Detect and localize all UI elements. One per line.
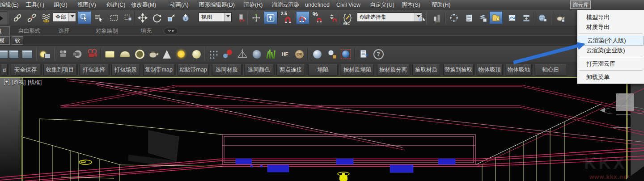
wood-ox-icon[interactable]: Ox	[292, 47, 306, 61]
menu-cloud-render[interactable]: 溜溜云渲染	[271, 0, 300, 10]
molecule-icon[interactable]	[221, 47, 234, 61]
script-button-snap-ground[interactable]: 物体吸地	[506, 64, 532, 76]
script-button-select-same-color[interactable]: 选同颜色	[245, 64, 273, 76]
video-camera-icon[interactable]	[85, 47, 99, 61]
reference-coordinate-dropdown[interactable]: 视图	[199, 13, 232, 22]
viewport-shading-menu[interactable]: [线框]	[28, 79, 42, 86]
menu-undefined[interactable]: undefined	[305, 0, 330, 10]
select-and-link-button[interactable]	[11, 11, 24, 24]
tab-selection[interactable]: 选择	[54, 26, 74, 35]
menu-customize[interactable]: 自定义(U)	[370, 0, 394, 10]
curve-editor-button[interactable]	[505, 11, 519, 24]
selection-filter-dropdown[interactable]: 全部	[53, 13, 76, 22]
view-cube[interactable]	[595, 89, 644, 114]
script-button-pick-material[interactable]: 拾取材质	[412, 64, 440, 76]
help-icon[interactable]: ?	[372, 47, 385, 61]
mirror-button[interactable]	[415, 11, 428, 24]
viewport-pov-menu[interactable]: [透视]	[12, 79, 26, 86]
script-button-pivot-reset[interactable]: 轴心归	[535, 64, 566, 76]
menu-tools[interactable]: 工具(T)	[26, 0, 44, 10]
select-and-move-button[interactable]	[136, 11, 149, 24]
menu-graph-editors[interactable]: 图形编辑器(D)	[199, 0, 235, 10]
script-button-collect[interactable]: 收集到项目	[43, 64, 76, 76]
material-picker-icon[interactable]	[325, 47, 339, 61]
flyout-arrow-icon[interactable]	[0, 11, 8, 25]
window-crossing-toggle-button[interactable]	[122, 11, 135, 24]
panel-modeling[interactable]: 建模	[0, 36, 10, 45]
viewport-general-menu[interactable]: [+]	[4, 79, 10, 86]
script-button-paste-map[interactable]: 粘贴带map	[178, 64, 209, 76]
tab-freeform[interactable]: 自由形式	[13, 26, 45, 35]
material-sphere-icon[interactable]	[310, 47, 324, 61]
material-editor-button[interactable]	[536, 11, 549, 24]
select-object-button[interactable]	[78, 11, 91, 24]
menu-help[interactable]: 帮助(H)	[432, 0, 450, 10]
disc-light-icon[interactable]	[133, 47, 146, 61]
named-selection-set-dropdown[interactable]: 创建选择集	[357, 13, 422, 22]
settings-window-icon[interactable]	[21, 47, 34, 61]
select-by-material-icon[interactable]	[339, 47, 352, 61]
sun-light-icon[interactable]	[174, 47, 188, 61]
spinner-snap-toggle-button[interactable]	[326, 11, 339, 24]
panel-soft-selection[interactable]: 软	[12, 36, 23, 45]
tab-populate[interactable]: 填充	[136, 26, 157, 35]
script-button-two-point-connect[interactable]: 两点连接	[276, 64, 305, 76]
scatter-icon[interactable]	[207, 47, 220, 61]
use-pivot-center-button[interactable]	[234, 11, 248, 24]
menu-create[interactable]: 创建(C)	[106, 0, 125, 10]
align-button[interactable]	[430, 11, 444, 24]
snaps-toggle-25-button[interactable]: 2.5	[280, 11, 295, 24]
grass-icon[interactable]	[264, 47, 278, 61]
ribbon-toggle-button[interactable]	[476, 11, 489, 24]
camera-target-icon[interactable]	[71, 47, 84, 61]
menu-edit[interactable]: 编辑(E)	[0, 0, 19, 10]
menu-item-open-liuyunku[interactable]: 打开溜云库	[577, 59, 644, 69]
script-button-copy-map[interactable]: 复制带map	[143, 64, 174, 76]
rectangular-selection-region-button[interactable]	[107, 11, 121, 24]
pyramid-export-icon[interactable]	[236, 47, 249, 61]
menu-item-cloud-render-personal[interactable]: 云渲染(个人版)	[578, 36, 644, 46]
script-button-safe-save[interactable]: 安全保存	[11, 64, 40, 76]
menu-scripting[interactable]: 脚本(S)	[402, 0, 420, 10]
script-button-collapse-by-material[interactable]: 按材质塌陷	[341, 64, 374, 76]
menu-item-material-export[interactable]: 材质导出	[577, 22, 644, 32]
script-button-detach-by-material[interactable]: 按材质分离	[377, 64, 409, 76]
area-light-icon[interactable]	[103, 47, 116, 61]
viewport-canvas[interactable]: [+] [透视] [线框] KKX www.kkx.net	[0, 77, 644, 181]
script-button[interactable]: d	[1, 64, 8, 76]
tab-modeling[interactable]: 建模	[0, 26, 10, 35]
select-and-place-button[interactable]	[179, 11, 192, 24]
menu-civil-view[interactable]: Civil View	[336, 0, 360, 10]
script-button-replace-with-picked[interactable]: 替换到拾取	[443, 64, 474, 76]
camera-icon[interactable]	[56, 47, 70, 61]
ribbon-minimize-toggle[interactable]	[164, 28, 178, 34]
script-button-pack-scene[interactable]: 打包场景	[111, 64, 140, 76]
menu-item-uninstall-menu[interactable]: 卸载菜单	[577, 72, 644, 82]
select-and-scale-button[interactable]	[165, 11, 178, 24]
menu-rendering[interactable]: 渲染(R)	[244, 0, 263, 10]
script-button-pack-selected[interactable]: 打包选择	[80, 64, 108, 76]
schematic-view-button[interactable]	[520, 11, 533, 24]
cone-light-icon[interactable]	[160, 47, 174, 61]
menu-liuyunku-active[interactable]: 溜云库	[570, 0, 591, 9]
hair-fur-icon[interactable]: HF	[278, 47, 292, 61]
select-and-rotate-button[interactable]	[150, 11, 164, 24]
dome-light-icon[interactable]	[118, 47, 131, 61]
teapot-icon[interactable]	[146, 47, 160, 61]
select-and-manipulate-button[interactable]	[250, 11, 263, 24]
menu-animation[interactable]: 动画(A)	[170, 0, 189, 10]
script-button-snap-ceiling[interactable]: 物体吸顶	[477, 64, 503, 76]
layer-explorer-toggle-button[interactable]	[462, 11, 476, 24]
scene-explorer-toggle-button[interactable]	[447, 11, 461, 24]
menu-item-cloud-render-enterprise[interactable]: 云渲染(企业版)	[577, 46, 644, 55]
light-lister-icon[interactable]	[38, 47, 52, 61]
select-by-name-button[interactable]	[92, 11, 106, 24]
keyboard-shortcut-override-toggle[interactable]	[264, 11, 277, 24]
sphere-light-icon[interactable]	[190, 47, 203, 61]
edit-named-selection-sets-button[interactable]: ABC	[341, 11, 354, 24]
folder-highlighted-button[interactable]	[489, 11, 503, 24]
script-button-select-same-material[interactable]: 选同材质	[212, 64, 242, 76]
bind-to-space-warp-button[interactable]	[39, 11, 53, 24]
render-production-button[interactable]	[554, 11, 567, 24]
menu-item-model-export[interactable]: 模型导出	[577, 13, 644, 22]
